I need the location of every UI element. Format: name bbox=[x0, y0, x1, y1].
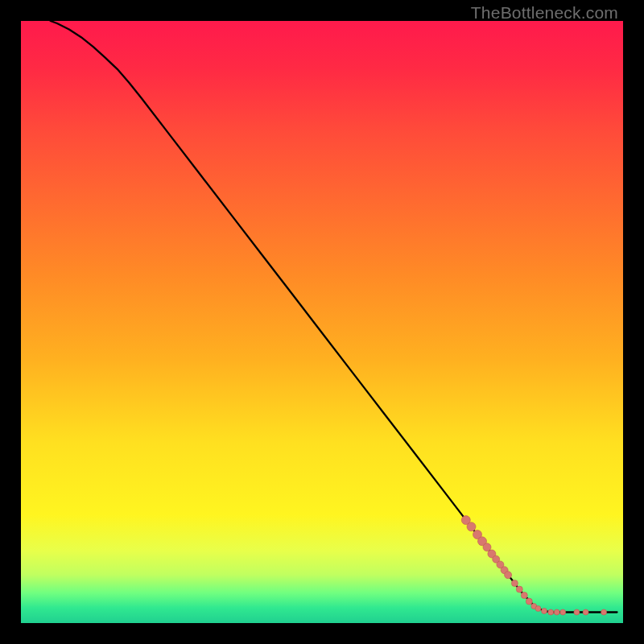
watermark-text: TheBottleneck.com bbox=[471, 3, 618, 23]
plot-area bbox=[21, 21, 623, 623]
plot-frame bbox=[21, 21, 623, 623]
gradient-background bbox=[21, 21, 623, 623]
